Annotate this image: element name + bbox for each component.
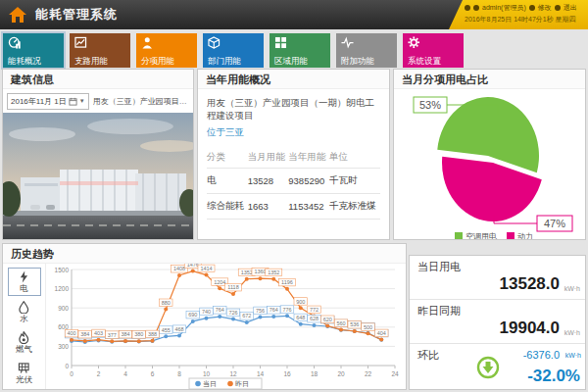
daily-stats-panel: 当日用电13528.0kW·h昨日同期19904.0kW·h 环比 -6376.… [409, 255, 586, 390]
svg-text:1500: 1500 [55, 267, 70, 273]
svg-text:1196: 1196 [281, 279, 293, 285]
top-bar: 能耗管理系统 admin(管理员) 修改 退出 2016年8月25日 14时47… [0, 0, 588, 29]
svg-text:300: 300 [58, 343, 69, 350]
building-info-panel: 建筑信息 2016年11月 1日 ▼ 用友（三亚）产业园项目（一期）朗电工程建设… [2, 69, 194, 240]
energy-source-strip: 电水燃气光伏 [3, 264, 46, 390]
svg-text:18: 18 [311, 370, 318, 377]
svg-text:500: 500 [364, 324, 372, 330]
svg-text:384: 384 [121, 331, 129, 337]
column-header: 单位 [329, 147, 380, 169]
tab-label: 支路用能 [74, 57, 130, 66]
grid-icon [274, 36, 287, 49]
svg-text:455: 455 [162, 327, 171, 333]
svg-text:4: 4 [123, 370, 127, 377]
table-header-row: 分类当月用能当年用能单位 [207, 147, 380, 169]
bolt-icon [18, 270, 30, 283]
svg-text:726: 726 [228, 310, 237, 316]
trend-panel: 历史趋势 电水燃气光伏 0300600900120015000246810121… [2, 243, 407, 390]
table-cell: 13528 [248, 169, 289, 194]
svg-text:620: 620 [323, 317, 332, 322]
energy-table: 分类当月用能当年用能单位电135289385290千瓦时综合能耗16631153… [207, 147, 380, 220]
project-select[interactable]: 用友（三亚）产业园项目（一期）朗电工程建设项 ▼ [93, 96, 189, 107]
svg-text:400: 400 [67, 330, 75, 336]
svg-text:1476: 1476 [187, 264, 199, 268]
calendar-icon [69, 97, 77, 106]
svg-text:2: 2 [97, 370, 101, 377]
svg-text:20: 20 [337, 370, 345, 377]
stat-label: 昨日同期 [417, 304, 577, 318]
date-picker[interactable]: 2016年11月 1日 ▼ [7, 93, 89, 110]
tab-5[interactable]: 区域用能 [270, 33, 330, 68]
water-drop-icon [18, 301, 30, 314]
solar-panel-icon [18, 362, 30, 374]
svg-text:404: 404 [377, 330, 386, 336]
svg-text:628: 628 [310, 316, 318, 321]
svg-text:690: 690 [188, 312, 197, 318]
trend-panel-title: 历史趋势 [3, 244, 406, 264]
tab-3[interactable]: 分项用能 [136, 33, 197, 68]
ratio-row: 环比 -6376.0 kW·h -32.0% [410, 344, 585, 389]
svg-text:53%: 53% [419, 99, 441, 111]
tab-label: 分项用能 [141, 57, 197, 66]
logout-link[interactable]: 退出 [564, 3, 577, 13]
source-item-3[interactable]: 燃气 [8, 328, 41, 357]
ratio-delta-value: -6376.0 [523, 349, 560, 361]
home-icon[interactable] [8, 5, 27, 24]
tab-1[interactable]: 能耗概况 [3, 33, 64, 68]
svg-text:756: 756 [256, 308, 265, 314]
down-arrow-icon [476, 356, 500, 379]
svg-text:764: 764 [270, 307, 278, 313]
svg-text:0: 0 [65, 363, 69, 369]
svg-text:772: 772 [310, 307, 318, 313]
stat-row-1: 当日用电13528.0kW·h [410, 256, 585, 300]
svg-text:900: 900 [296, 299, 305, 305]
svg-text:1360: 1360 [254, 269, 266, 274]
stat-row-2: 昨日同期19904.0kW·h [410, 300, 585, 344]
cube-icon [208, 36, 220, 49]
building-panel-title: 建筑信息 [3, 70, 193, 89]
svg-text:14: 14 [257, 370, 265, 377]
table-row: 综合能耗16631153452千克标准煤 [207, 194, 380, 220]
table-row: 电135289385290千瓦时 [207, 169, 380, 194]
svg-text:47%: 47% [544, 218, 565, 229]
app-title: 能耗管理系统 [35, 6, 118, 24]
svg-text:403: 403 [94, 330, 103, 336]
svg-text:16: 16 [283, 370, 291, 377]
tab-2[interactable]: 支路用能 [70, 33, 130, 68]
tab-6[interactable]: 附加功能 [336, 33, 397, 68]
svg-text:6: 6 [151, 370, 155, 377]
line-legend[interactable]: 当日昨日 [189, 378, 262, 389]
ratio-percent: -32.0% [527, 367, 580, 386]
pie-legend: 空调用电动力 [455, 232, 533, 240]
svg-text:1204: 1204 [214, 279, 225, 285]
nav-tabs: 能耗概况支路用能分项用能部门用能区域用能附加功能系统设置 [3, 33, 464, 71]
svg-text:1408: 1408 [173, 266, 185, 271]
pie-panel-title: 当月分项用电占比 [394, 70, 585, 89]
svg-text:380: 380 [134, 331, 143, 337]
source-label: 水 [9, 314, 40, 323]
tab-7[interactable]: 系统设置 [403, 33, 464, 68]
project-location-link[interactable]: 位于三亚 [207, 126, 244, 139]
clock-text: 2016年8月25日 14时47分1秒 星期四 [465, 15, 584, 24]
tab-label: 区域用能 [274, 57, 330, 66]
info-icon [465, 5, 470, 11]
gear-icon [408, 36, 420, 49]
column-header: 分类 [207, 147, 248, 169]
modify-link[interactable]: 修改 [538, 3, 552, 13]
svg-text:8: 8 [177, 370, 181, 377]
svg-text:377: 377 [108, 332, 117, 338]
svg-text:动力: 动力 [517, 232, 533, 240]
edit-icon [529, 5, 535, 11]
table-cell: 综合能耗 [207, 194, 248, 220]
source-item-1[interactable]: 电 [8, 268, 41, 296]
source-item-4[interactable]: 光伏 [8, 359, 41, 387]
user-name[interactable]: admin(管理员) [482, 3, 526, 13]
source-label: 燃气 [9, 344, 40, 354]
source-item-2[interactable]: 水 [8, 298, 41, 326]
branch-chart-icon [74, 36, 87, 49]
overview-panel-title: 当年用能概况 [198, 70, 389, 89]
svg-text:648: 648 [296, 315, 305, 320]
column-header: 当月用能 [248, 147, 289, 169]
tab-label: 部门用能 [208, 57, 264, 66]
tab-4[interactable]: 部门用能 [203, 33, 264, 68]
